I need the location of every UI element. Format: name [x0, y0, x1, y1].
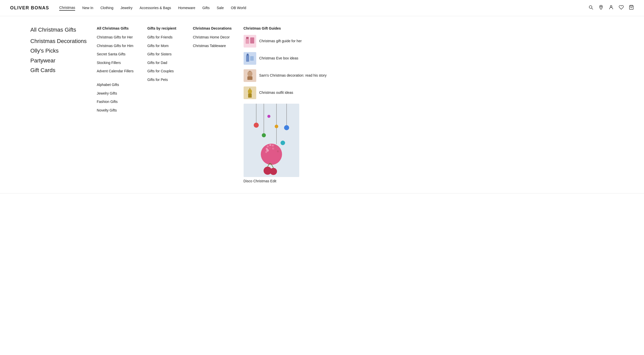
guide-label-2: Sam's Christmas decoration: read his sto… — [259, 73, 327, 78]
svg-point-29 — [275, 125, 278, 128]
sub-link-fashion-gifts[interactable]: Fashion Gifts — [97, 99, 137, 104]
col-all-christmas: All Christmas Gifts Christmas Gifts for … — [97, 26, 147, 183]
col-all-christmas-heading: All Christmas Gifts — [97, 26, 137, 30]
nav-item-clothing[interactable]: Clothing — [100, 6, 113, 10]
col-decorations: Christmas Decorations Christmas Home Dec… — [193, 26, 244, 183]
site-header: OLIVER BONAS ChristmasNew InClothingJewe… — [0, 0, 644, 16]
svg-rect-41 — [277, 150, 279, 152]
sub-link-christmas-gifts-him[interactable]: Christmas Gifts for Him — [97, 43, 137, 49]
svg-point-28 — [284, 125, 289, 130]
sub-link-secret-santa[interactable]: Secret Santa Gifts — [97, 52, 137, 57]
guide-item-0[interactable]: Christmas gift guide for her — [244, 35, 327, 48]
sub-link-home-decor[interactable]: Christmas Home Decor — [193, 35, 233, 40]
svg-point-30 — [267, 115, 270, 118]
nav-item-sale[interactable]: Sale — [217, 6, 224, 10]
sub-link-gifts-pets[interactable]: Gifts for Pets — [147, 77, 183, 82]
mega-menu: All Christmas Gifts Christmas Decoration… — [0, 16, 644, 193]
svg-point-44 — [270, 168, 277, 175]
promo-caption[interactable]: Disco Christmas Edit — [244, 179, 327, 183]
svg-rect-19 — [248, 94, 252, 98]
wishlist-icon[interactable] — [619, 5, 624, 11]
svg-rect-33 — [267, 145, 269, 147]
account-icon[interactable] — [609, 5, 614, 11]
sub-link-tableware[interactable]: Christmas Tableware — [193, 43, 233, 49]
svg-rect-35 — [272, 145, 274, 146]
svg-rect-5 — [244, 35, 256, 48]
svg-point-3 — [610, 6, 612, 7]
guide-label-0: Christmas gift guide for her — [259, 39, 302, 44]
svg-rect-11 — [250, 56, 254, 61]
sub-link-advent-calendar[interactable]: Advent Calendar Fillers — [97, 69, 137, 74]
sub-link-novelty-gifts[interactable]: Novelty Gifts — [97, 108, 137, 113]
sub-link-gifts-dad[interactable]: Gifts for Dad — [147, 60, 183, 65]
svg-rect-8 — [246, 37, 249, 39]
svg-rect-10 — [246, 55, 249, 62]
svg-line-1 — [592, 8, 593, 9]
svg-point-31 — [281, 141, 285, 145]
svg-point-47 — [266, 149, 269, 152]
bag-icon[interactable] — [629, 5, 634, 11]
svg-rect-6 — [246, 39, 249, 44]
svg-point-2 — [600, 6, 602, 7]
col-recipient-heading: Gifts by recipient — [147, 26, 183, 30]
svg-rect-40 — [275, 148, 277, 150]
nav-item-jewelry[interactable]: Jewelry — [120, 6, 132, 10]
sub-link-gifts-couples[interactable]: Gifts for Couples — [147, 69, 183, 74]
nav-item-christmas[interactable]: Christmas — [59, 6, 75, 11]
sub-link-gifts-sisters[interactable]: Gifts for Sisters — [147, 52, 183, 57]
svg-point-18 — [248, 89, 252, 94]
svg-rect-9 — [244, 52, 256, 65]
svg-rect-21 — [244, 104, 299, 177]
nav-item-homeware[interactable]: Homeware — [178, 6, 195, 10]
col-guides: Christmas Gift Guides Christmas gift gui… — [244, 26, 327, 183]
svg-point-26 — [254, 123, 259, 128]
sub-link-gifts-mom[interactable]: Gifts for Mom — [147, 43, 183, 49]
svg-point-12 — [247, 54, 249, 56]
guide-thumb-0 — [244, 35, 256, 48]
main-link-partywear[interactable]: Partywear — [30, 57, 87, 64]
svg-rect-36 — [274, 146, 276, 148]
nav-item-new-in[interactable]: New In — [82, 6, 93, 10]
location-icon[interactable] — [598, 5, 604, 11]
col-main-links: All Christmas Gifts Christmas Decoration… — [30, 26, 97, 183]
sub-link-stocking-fillers[interactable]: Stocking Fillers — [97, 60, 137, 65]
site-logo[interactable]: OLIVER BONAS — [10, 5, 49, 11]
nav-item-gifts[interactable]: Gifts — [202, 6, 210, 10]
main-nav: ChristmasNew InClothingJewelryAccessorie… — [59, 6, 246, 11]
nav-item-accessories---bags[interactable]: Accessories & Bags — [140, 6, 171, 10]
col-recipient: Gifts by recipient Gifts for Friends Gif… — [147, 26, 193, 183]
svg-rect-15 — [247, 76, 252, 80]
guide-label-3: Christmas outfit ideas — [259, 90, 293, 95]
svg-point-27 — [262, 133, 266, 137]
sub-link-gifts-friends[interactable]: Gifts for Friends — [147, 35, 183, 40]
header-icons — [588, 5, 634, 11]
guide-item-1[interactable]: Christmas Eve box ideas — [244, 52, 327, 65]
svg-rect-42 — [265, 151, 267, 153]
svg-rect-39 — [272, 148, 274, 149]
svg-point-0 — [589, 6, 592, 8]
col-guides-heading: Christmas Gift Guides — [244, 26, 327, 30]
nav-item-ob-world[interactable]: OB World — [231, 6, 246, 10]
sub-link-jewelry-gifts[interactable]: Jewelry Gifts — [97, 91, 137, 96]
svg-point-32 — [261, 144, 282, 165]
col-decorations-heading: Christmas Decorations — [193, 26, 233, 30]
guide-thumb-3 — [244, 86, 256, 99]
sub-link-christmas-gifts-her[interactable]: Christmas Gifts for Her — [97, 35, 137, 40]
guide-thumb-1 — [244, 52, 256, 65]
guide-thumb-2 — [244, 69, 256, 82]
svg-rect-38 — [269, 147, 271, 149]
promo-image[interactable] — [244, 104, 299, 177]
main-link-ollys-picks[interactable]: Olly's Picks — [30, 47, 87, 55]
main-link-gift-cards[interactable]: Gift Cards — [30, 67, 87, 74]
svg-rect-7 — [250, 37, 254, 43]
svg-rect-34 — [269, 144, 271, 146]
search-icon[interactable] — [588, 5, 593, 11]
main-link-all-christmas-gifts[interactable]: All Christmas Gifts — [30, 26, 87, 34]
main-link-christmas-decorations[interactable]: Christmas Decorations — [30, 38, 87, 45]
guide-item-2[interactable]: Sam's Christmas decoration: read his sto… — [244, 69, 327, 82]
guide-item-3[interactable]: Christmas outfit ideas — [244, 86, 327, 99]
guide-label-1: Christmas Eve box ideas — [259, 56, 298, 61]
sub-link-alphabet-gifts[interactable]: Alphabet Gifts — [97, 82, 137, 87]
